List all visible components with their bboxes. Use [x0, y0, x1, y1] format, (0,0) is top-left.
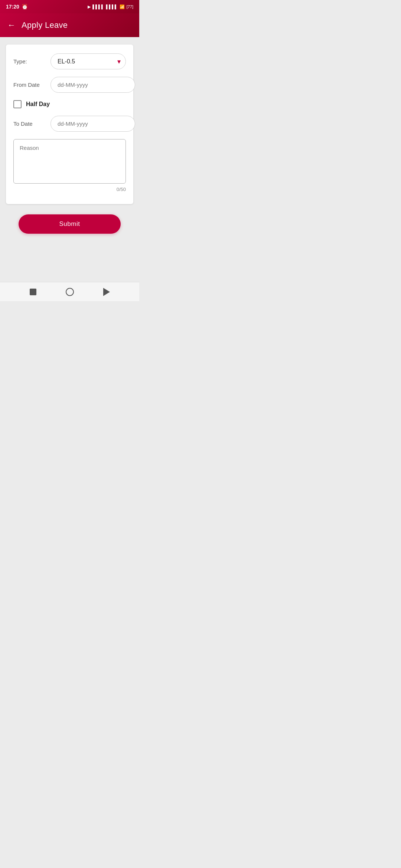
- signal-icon-1: ▌▌▌▌: [92, 4, 104, 9]
- nav-square-button[interactable]: [27, 286, 39, 298]
- time-display: 17:20: [6, 4, 19, 10]
- to-date-label: To Date: [13, 121, 50, 127]
- half-day-checkbox[interactable]: [13, 100, 22, 108]
- to-date-input[interactable]: [50, 116, 135, 132]
- status-bar: 17:20 ⏰ ▶ ▌▌▌▌ ▌▌▌▌ 📶 [77]: [0, 0, 139, 13]
- square-icon: [30, 289, 36, 295]
- circle-icon: [66, 288, 74, 296]
- reason-row: 0/50: [13, 139, 126, 192]
- triangle-icon: [103, 288, 110, 296]
- to-date-row: To Date: [13, 116, 126, 132]
- submit-button[interactable]: Submit: [19, 214, 120, 234]
- type-label: Type:: [13, 58, 50, 65]
- from-date-row: From Date: [13, 77, 126, 93]
- nav-home-button[interactable]: [63, 285, 77, 299]
- back-icon: ←: [7, 20, 16, 30]
- status-time: 17:20 ⏰: [6, 4, 28, 10]
- type-select-wrapper: EL-0.5 EL-1 CL-0.5 CL-1 SL-0.5 SL-1 ▾: [50, 53, 126, 69]
- char-count: 0/50: [13, 187, 126, 192]
- main-content: Type: EL-0.5 EL-1 CL-0.5 CL-1 SL-0.5 SL-…: [0, 37, 139, 282]
- location-icon: ▶: [88, 4, 91, 9]
- alarm-icon: ⏰: [22, 4, 28, 10]
- bottom-nav-bar: [0, 282, 139, 301]
- nav-back-button[interactable]: [100, 285, 113, 299]
- battery-level: [77]: [127, 4, 133, 9]
- from-date-label: From Date: [13, 82, 50, 88]
- type-row: Type: EL-0.5 EL-1 CL-0.5 CL-1 SL-0.5 SL-…: [13, 53, 126, 69]
- wifi-icon: 📶: [120, 4, 125, 9]
- page-title: Apply Leave: [22, 20, 68, 30]
- type-select[interactable]: EL-0.5 EL-1 CL-0.5 CL-1 SL-0.5 SL-1: [50, 53, 126, 69]
- half-day-row: Half Day: [13, 100, 126, 108]
- toolbar: ← Apply Leave: [0, 13, 139, 37]
- back-button[interactable]: ←: [7, 20, 16, 30]
- form-card: Type: EL-0.5 EL-1 CL-0.5 CL-1 SL-0.5 SL-…: [6, 45, 133, 204]
- status-icons: ▶ ▌▌▌▌ ▌▌▌▌ 📶 [77]: [88, 4, 133, 9]
- reason-textarea[interactable]: [13, 139, 126, 184]
- half-day-label: Half Day: [26, 101, 50, 108]
- signal-icon-2: ▌▌▌▌: [106, 4, 117, 9]
- from-date-input[interactable]: [50, 77, 135, 93]
